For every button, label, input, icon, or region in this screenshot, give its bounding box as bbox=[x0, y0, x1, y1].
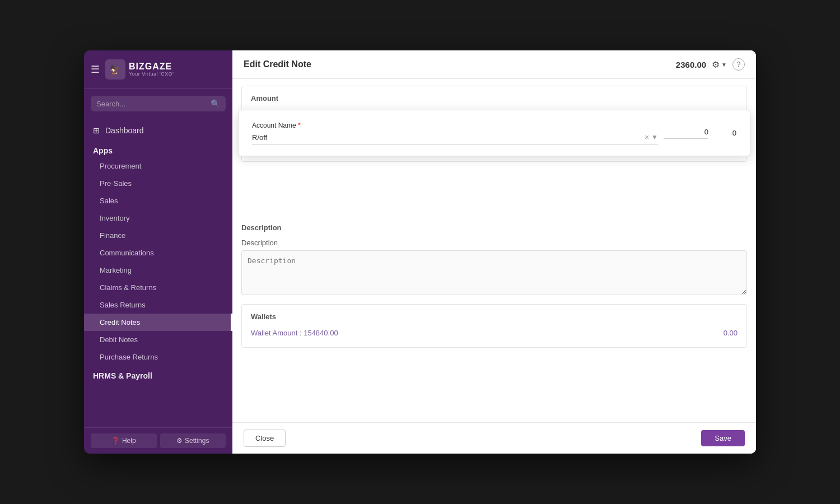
dashboard-icon: ⊞ bbox=[93, 126, 100, 135]
sidebar-item-marketing[interactable]: Marketing bbox=[84, 262, 232, 279]
modal-footer: Close Save bbox=[232, 422, 756, 454]
settings-icon: ⚙ bbox=[176, 437, 183, 445]
wallets-section: Wallets Wallet Amount : 154840.00 0.00 bbox=[241, 304, 747, 348]
help-button[interactable]: ❓ Help bbox=[91, 433, 157, 448]
description-section-title: Description bbox=[241, 223, 747, 232]
logo-title: BIZGAZE bbox=[129, 62, 174, 72]
description-field-label: Description bbox=[241, 239, 747, 247]
search-bar[interactable]: 🔍 bbox=[91, 96, 226, 111]
account-name-value: R/off bbox=[252, 133, 642, 142]
sidebar-item-communications[interactable]: Communications bbox=[84, 244, 232, 262]
sidebar-item-pre-sales[interactable]: Pre-Sales bbox=[84, 175, 232, 192]
help-icon: ❓ bbox=[111, 437, 120, 445]
settings-button[interactable]: ⚙ Settings bbox=[160, 433, 226, 448]
sidebar-item-debit-notes[interactable]: Debit Notes bbox=[84, 331, 232, 348]
description-section: Description Description bbox=[241, 223, 747, 297]
wallets-title: Wallets bbox=[251, 312, 738, 321]
main-content: Edit Credit Note 2360.00 ⚙ ▼ ? Amount To… bbox=[232, 50, 756, 454]
edit-modal: Edit Credit Note 2360.00 ⚙ ▼ ? Amount To… bbox=[232, 50, 756, 454]
gear-button[interactable]: ⚙ ▼ bbox=[712, 59, 727, 70]
clear-icon[interactable]: × bbox=[645, 133, 649, 142]
account-name-field: Account Name * R/off × ▼ bbox=[252, 122, 658, 144]
search-input[interactable] bbox=[96, 100, 207, 108]
help-circle-button[interactable]: ? bbox=[732, 58, 745, 71]
account-credit-value: 0 bbox=[714, 129, 736, 137]
logo-subtitle: Your Virtual 'CXO' bbox=[129, 72, 174, 77]
dashboard-label: Dashboard bbox=[105, 126, 144, 135]
account-popup: Account Name * R/off × ▼ 0 bbox=[238, 110, 750, 156]
amount-section-title: Amount bbox=[251, 94, 738, 102]
hamburger-icon[interactable]: ☰ bbox=[91, 63, 100, 76]
sidebar: ☰ 🦅 BIZGAZE Your Virtual 'CXO' 🔍 ⊞ Dashb… bbox=[84, 50, 232, 454]
sidebar-item-claims-returns[interactable]: Claims & Returns bbox=[84, 279, 232, 296]
required-star: * bbox=[298, 122, 301, 129]
search-icon: 🔍 bbox=[211, 99, 220, 108]
wallet-amount-label: Wallet Amount : 154840.00 bbox=[251, 329, 338, 337]
sidebar-item-apps[interactable]: Apps bbox=[84, 141, 232, 157]
save-button[interactable]: Save bbox=[701, 430, 745, 446]
sidebar-item-dashboard[interactable]: ⊞ Dashboard bbox=[84, 120, 232, 141]
close-button[interactable]: Close bbox=[244, 430, 286, 447]
modal-title: Edit Credit Note bbox=[244, 59, 311, 69]
modal-reference-number: 2360.00 bbox=[676, 60, 706, 69]
account-debit-input[interactable] bbox=[664, 128, 708, 139]
wallet-amount-row: Wallet Amount : 154840.00 0.00 bbox=[251, 326, 738, 339]
sidebar-item-procurement[interactable]: Procurement bbox=[84, 157, 232, 175]
sidebar-item-sales[interactable]: Sales bbox=[84, 192, 232, 209]
sidebar-section-main: ⊞ Dashboard Apps Procurement Pre-Sales S… bbox=[84, 118, 232, 385]
modal-header-right: 2360.00 ⚙ ▼ ? bbox=[676, 58, 745, 71]
logo-area: 🦅 BIZGAZE Your Virtual 'CXO' bbox=[105, 59, 174, 80]
sidebar-item-sales-returns[interactable]: Sales Returns bbox=[84, 296, 232, 314]
sidebar-item-inventory[interactable]: Inventory bbox=[84, 209, 232, 227]
modal-header: Edit Credit Note 2360.00 ⚙ ▼ ? bbox=[232, 50, 756, 79]
account-name-select-wrapper[interactable]: R/off × ▼ bbox=[252, 133, 658, 144]
wallet-amount-value: 0.00 bbox=[724, 329, 738, 337]
sidebar-item-purchase-returns[interactable]: Purchase Returns bbox=[84, 348, 232, 366]
sidebar-item-hrms[interactable]: HRMS & Payroll bbox=[84, 366, 232, 382]
sidebar-item-finance[interactable]: Finance bbox=[84, 227, 232, 244]
description-textarea[interactable] bbox=[241, 250, 747, 295]
chevron-down-icon[interactable]: ▼ bbox=[651, 133, 658, 141]
account-popup-inner: Account Name * R/off × ▼ 0 bbox=[252, 122, 736, 144]
sidebar-header: ☰ 🦅 BIZGAZE Your Virtual 'CXO' bbox=[84, 50, 232, 89]
logo-icon: 🦅 bbox=[105, 59, 125, 80]
account-name-label: Account Name * bbox=[252, 122, 658, 129]
modal-body: Amount Total Qty 20.00 Sub Total 2000.00… bbox=[232, 79, 756, 422]
sidebar-footer: ❓ Help ⚙ Settings bbox=[84, 427, 232, 454]
sidebar-item-credit-notes[interactable]: Credit Notes bbox=[84, 314, 232, 331]
